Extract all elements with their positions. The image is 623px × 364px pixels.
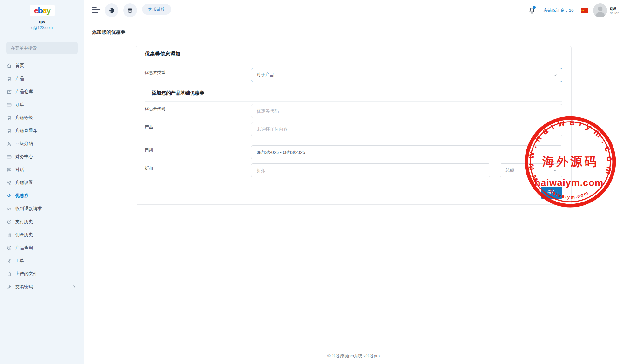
notifications-button[interactable] xyxy=(528,6,536,15)
sidebar-item-label: 财务中心 xyxy=(15,154,33,160)
date-range-input[interactable] xyxy=(251,145,562,159)
sidebar-item-question[interactable]: 产品查询 xyxy=(0,241,84,254)
sidebar-user-email[interactable]: q@123.com xyxy=(0,25,84,30)
sidebar-item-label: 交易密码 xyxy=(15,284,33,290)
topbar-user[interactable]: qw seller xyxy=(610,6,619,16)
coupon-type-select[interactable]: 对于产品 xyxy=(251,68,562,82)
sidebar-item-cart[interactable]: 产品 xyxy=(0,72,84,85)
coupon-code-input[interactable] xyxy=(251,104,562,118)
sidebar-item-label: 店铺设置 xyxy=(15,180,33,186)
sidebar-item-card[interactable]: 财务中心 xyxy=(0,150,84,163)
chevron-right-icon xyxy=(72,76,76,81)
product-input[interactable] xyxy=(251,122,562,136)
sidebar-item-card[interactable]: 订单 xyxy=(0,98,84,111)
chevron-right-icon xyxy=(72,116,76,120)
logo-letter-b: b xyxy=(38,6,42,15)
sidebar-item-label: 优惠券 xyxy=(15,193,29,199)
sidebar-user-name: qw xyxy=(0,19,84,24)
discount-label: 折扣 xyxy=(145,163,251,177)
sidebar-item-volume[interactable]: 收到退款请求 xyxy=(0,202,84,215)
page-title: 添加您的优惠券 xyxy=(92,29,125,35)
sidebar-item-label: 对话 xyxy=(15,167,24,173)
product-label: 产品 xyxy=(145,122,251,136)
print-button[interactable] xyxy=(123,3,137,17)
sidebar-item-gear[interactable]: 店铺设置 xyxy=(0,176,84,189)
sidebar-item-cog[interactable]: 工单 xyxy=(0,254,84,267)
sidebar-item-chat[interactable]: 对话 xyxy=(0,163,84,176)
chat-icon xyxy=(6,167,12,173)
discount-input[interactable] xyxy=(251,163,490,177)
footer: © 商谷跨境pro系统 v商谷pro xyxy=(84,348,623,364)
clock-icon xyxy=(6,219,12,225)
store-deposit-link[interactable]: 店铺保证金：$0 xyxy=(543,8,573,13)
card-icon xyxy=(6,102,12,108)
ebay-logo[interactable]: ebay xyxy=(30,5,55,16)
menu-toggle-icon[interactable] xyxy=(92,7,100,14)
sidebar-item-label: 首页 xyxy=(15,63,24,69)
home-icon xyxy=(6,63,12,69)
sidebar-item-label: 订单 xyxy=(15,102,24,108)
question-icon xyxy=(6,245,12,251)
globe-icon xyxy=(108,7,115,14)
sidebar-menu: 首页产品产品仓库订单店铺等级店铺直通车三级分销财务中心对话店铺设置优惠券收到退款… xyxy=(0,59,84,293)
sidebar-item-gavel[interactable]: 交易密码 xyxy=(0,280,84,293)
support-link-button[interactable]: 客服链接 xyxy=(142,4,171,15)
archive-icon xyxy=(6,89,12,95)
sidebar-item-file[interactable]: 上传的文件 xyxy=(0,267,84,280)
coupon-code-label: 优惠券代码 xyxy=(145,104,251,118)
coupon-card: 优惠券信息添加 优惠券类型 对于产品 添加您的产品基础优惠券 优惠券代码 xyxy=(136,46,572,205)
cart-icon xyxy=(6,115,12,121)
menu-search-input[interactable] xyxy=(6,42,78,54)
logo-letter-a: a xyxy=(42,6,46,15)
card-title: 优惠券信息添加 xyxy=(136,46,571,62)
coupon-type-label: 优惠券类型 xyxy=(145,68,251,82)
cog-icon xyxy=(6,258,12,264)
printer-icon xyxy=(127,7,133,14)
cart-icon xyxy=(6,128,12,134)
sidebar-item-label: 工单 xyxy=(15,258,24,264)
volume-icon xyxy=(6,206,12,212)
divider xyxy=(145,101,562,102)
avatar[interactable] xyxy=(593,3,607,17)
user-icon xyxy=(6,141,12,147)
sidebar-item-label: 收到退款请求 xyxy=(15,206,42,212)
sidebar-item-megaphone[interactable]: 优惠券 xyxy=(0,189,84,202)
topbar: 客服链接 店铺保证金：$0 qw seller xyxy=(84,0,623,21)
sidebar: ebay qw q@123.com 首页产品产品仓库订单店铺等级店铺直通车三级分… xyxy=(0,0,84,364)
main-content: 添加您的优惠券 优惠券信息添加 优惠券类型 对于产品 添加您的产品基础优惠券 优… xyxy=(84,21,623,364)
sidebar-item-label: 店铺直通车 xyxy=(15,128,37,134)
sidebar-item-clock[interactable]: 支付历史 xyxy=(0,215,84,228)
sidebar-item-document[interactable]: 佣金历史 xyxy=(0,228,84,241)
sidebar-item-home[interactable]: 首页 xyxy=(0,59,84,72)
sidebar-item-label: 产品查询 xyxy=(15,245,33,251)
language-globe-button[interactable] xyxy=(105,3,118,17)
sidebar-item-label: 佣金历史 xyxy=(15,232,33,238)
sidebar-item-label: 产品 xyxy=(15,76,24,82)
sidebar-item-cart[interactable]: 店铺等级 xyxy=(0,111,84,124)
sidebar-item-label: 上传的文件 xyxy=(15,271,37,277)
logo-letter-e: e xyxy=(34,6,38,15)
sidebar-item-label: 三级分销 xyxy=(15,141,33,147)
sidebar-item-cart[interactable]: 店铺直通车 xyxy=(0,124,84,137)
gear-icon xyxy=(6,180,12,186)
save-button[interactable]: 保存 xyxy=(541,187,562,199)
chevron-right-icon xyxy=(72,285,76,289)
chevron-right-icon xyxy=(72,129,76,133)
sidebar-item-label: 支付历史 xyxy=(15,219,33,225)
sidebar-item-user[interactable]: 三级分销 xyxy=(0,137,84,150)
gavel-icon xyxy=(6,284,12,290)
file-icon xyxy=(6,271,12,277)
section-title: 添加您的产品基础优惠券 xyxy=(152,90,562,96)
discount-type-select[interactable]: 总额 xyxy=(500,163,562,177)
date-label: 日期 xyxy=(145,145,251,159)
document-icon xyxy=(6,232,12,238)
chevron-down-icon xyxy=(553,168,558,173)
card-icon xyxy=(6,154,12,160)
logo-letter-y: y xyxy=(46,6,50,15)
cart-icon xyxy=(6,76,12,82)
megaphone-icon xyxy=(6,193,12,199)
sidebar-item-label: 产品仓库 xyxy=(15,89,33,95)
chevron-down-icon xyxy=(553,73,558,77)
china-flag-icon[interactable] xyxy=(581,8,588,13)
sidebar-item-archive[interactable]: 产品仓库 xyxy=(0,85,84,98)
